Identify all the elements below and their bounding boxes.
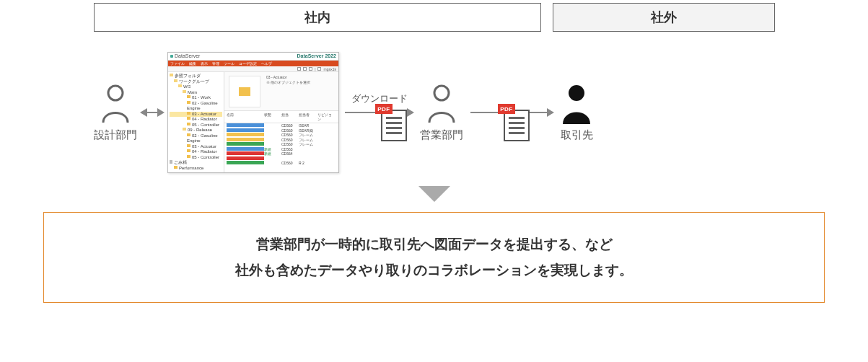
svg-point-2 bbox=[569, 85, 584, 101]
tree-node[interactable]: ワークグループ bbox=[170, 79, 222, 85]
file-col[interactable]: リビジョン bbox=[317, 112, 333, 121]
person-solid-icon bbox=[560, 84, 593, 124]
actor-sales-label: 営業部門 bbox=[420, 128, 463, 142]
user-icon[interactable] bbox=[317, 67, 321, 71]
preview-pane: 03 - Actuator ※ 他のオブジェクトを選択 bbox=[224, 72, 338, 111]
app-menubar[interactable]: ファイル 編集 表示 管理 ツール コーデ設定 ヘルプ bbox=[168, 61, 338, 67]
menu-item[interactable]: 編集 bbox=[189, 61, 196, 66]
pdf-badge: PDF bbox=[375, 104, 393, 114]
tree-node[interactable]: 02 - Gasoline Engine bbox=[170, 133, 222, 144]
pdf-document: PDF bbox=[380, 108, 408, 143]
actor-customer-label: 取引先 bbox=[561, 128, 593, 142]
header-internal-label: 社内 bbox=[304, 9, 330, 26]
tree-node[interactable]: 02 - Gasoline Engine bbox=[170, 101, 222, 112]
file-list[interactable]: co484.MCDCD560GEARCD0604-Drive1.MCDCD560… bbox=[224, 123, 338, 166]
tree-node[interactable]: 09 - Release bbox=[170, 128, 222, 133]
app-name: DataServer bbox=[175, 53, 200, 58]
actor-sales: 営業部門 bbox=[420, 84, 463, 142]
tree-node[interactable]: Main bbox=[170, 90, 222, 96]
actor-design-label: 設計部門 bbox=[94, 128, 137, 142]
arrow-left-icon bbox=[140, 108, 147, 117]
callout-line2: 社外も含めたデータやり取りのコラボレーションを実現します。 bbox=[58, 257, 810, 283]
tree-node-selected[interactable]: 03 - Actuator bbox=[170, 112, 222, 118]
chevron-down-icon bbox=[418, 186, 450, 202]
tool-icon[interactable] bbox=[309, 67, 312, 71]
menu-item[interactable]: ツール bbox=[224, 61, 234, 66]
header-external: 社外 bbox=[553, 3, 775, 32]
actor-design: 設計部門 bbox=[94, 84, 137, 142]
tree-node[interactable]: 03 - Actuator bbox=[170, 144, 222, 150]
person-outline-icon bbox=[425, 84, 458, 124]
tree-node[interactable]: 04 - Radiator bbox=[170, 149, 222, 155]
tree-node[interactable]: WG bbox=[170, 84, 222, 90]
file-col[interactable]: 担当 bbox=[281, 112, 299, 121]
menu-item[interactable]: 管理 bbox=[212, 61, 219, 66]
folder-icon bbox=[239, 87, 250, 96]
person-outline-icon bbox=[99, 84, 132, 124]
header-external-label: 社外 bbox=[651, 9, 677, 26]
folder-tree[interactable]: 参照フォルダ ワークグループ WG Main 01 - Work 02 - Ga… bbox=[168, 72, 224, 172]
tree-node[interactable]: 05 - Controller bbox=[170, 155, 222, 161]
callout-line1: 営業部門が一時的に取引先へ図面データを提出する、など bbox=[58, 231, 810, 257]
document-icon bbox=[381, 110, 407, 141]
pdf-document: PDF bbox=[502, 108, 531, 143]
app-logo-icon bbox=[170, 55, 173, 58]
app-user: mgax1k bbox=[323, 67, 336, 71]
header-row: 社内 社外 bbox=[94, 3, 854, 32]
actor-customer: 取引先 bbox=[560, 84, 593, 142]
preview-thumb bbox=[229, 76, 260, 107]
svg-point-0 bbox=[108, 86, 123, 100]
file-col[interactable]: 担当者 bbox=[299, 112, 317, 121]
tree-node[interactable]: 04 - Radiator bbox=[170, 117, 222, 123]
menu-item[interactable]: コーデ設定 bbox=[239, 61, 257, 66]
file-header-row: 名前 状態 担当 担当者 リビジョン bbox=[224, 111, 338, 123]
callout-box: 営業部門が一時的に取引先へ図面データを提出する、など 社外も含めたデータやり取り… bbox=[43, 212, 825, 303]
menu-item[interactable]: 表示 bbox=[201, 61, 208, 66]
file-row[interactable]: 販売仕様書_v1.0.xlsxCD560R 2 bbox=[224, 161, 338, 166]
file-col[interactable]: 状態 bbox=[264, 112, 281, 121]
tree-node[interactable]: Performance bbox=[170, 166, 222, 172]
app-window: DataServer DataServer 2022 ファイル 編集 表示 管理… bbox=[167, 52, 339, 173]
tree-node[interactable]: 01 - Work bbox=[170, 95, 222, 101]
tool-icon[interactable] bbox=[303, 67, 307, 71]
tree-node[interactable]: 05 - Controller bbox=[170, 123, 222, 128]
tool-icon[interactable] bbox=[297, 67, 301, 71]
flow-row: 設計部門 DataServer DataServer 2022 ファイル 編集 … bbox=[94, 52, 854, 173]
tree-trash[interactable]: ごみ箱 bbox=[170, 160, 222, 166]
app-title-right: DataServer 2022 bbox=[297, 53, 337, 58]
arrow-line bbox=[147, 112, 157, 113]
tree-root[interactable]: 参照フォルダ bbox=[170, 74, 222, 79]
file-col[interactable]: 名前 bbox=[227, 112, 264, 121]
menu-item[interactable]: ヘルプ bbox=[261, 61, 272, 66]
arrow-bidirectional bbox=[140, 108, 165, 117]
menu-item[interactable]: ファイル bbox=[170, 61, 185, 66]
document-icon bbox=[504, 110, 530, 141]
preview-hint: ※ 他のオブジェクトを選択 bbox=[266, 80, 310, 85]
header-internal: 社内 bbox=[94, 3, 541, 32]
app-toolbar: | mgax1k bbox=[168, 66, 338, 72]
arrow-right-icon bbox=[547, 108, 554, 117]
down-arrow bbox=[14, 186, 854, 202]
preview-title: 03 - Actuator bbox=[266, 75, 310, 80]
pdf-badge: PDF bbox=[498, 104, 515, 114]
app-titlebar: DataServer DataServer 2022 bbox=[168, 53, 338, 61]
arrow-right-icon bbox=[157, 108, 165, 117]
svg-point-1 bbox=[434, 86, 449, 100]
